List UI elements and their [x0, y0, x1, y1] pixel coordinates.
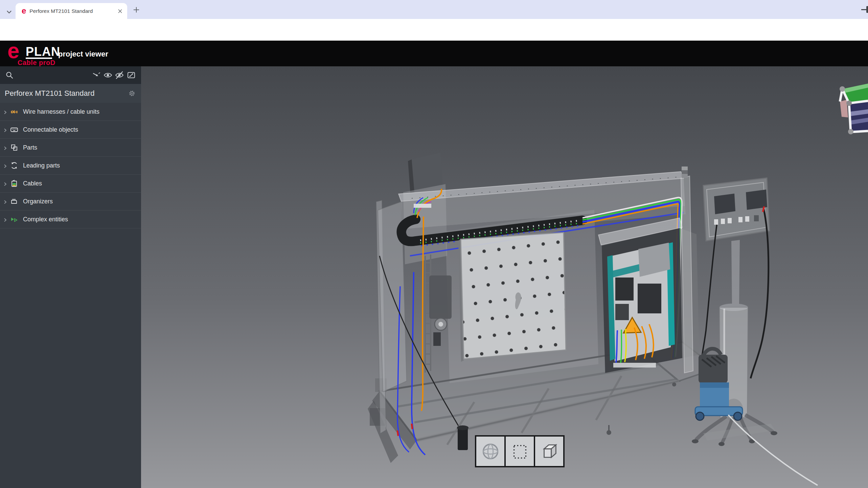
tree-item-wire-harnesses[interactable]: Wire harnesses / cable units	[0, 103, 141, 121]
machine-3d-model	[141, 66, 868, 488]
window-minimize-button[interactable]	[861, 9, 867, 10]
tree-item-cables[interactable]: Cables	[0, 175, 141, 193]
perforated-plate	[458, 232, 566, 362]
complex-entities-icon	[10, 215, 18, 223]
chevron-right-icon[interactable]	[3, 128, 7, 132]
orbit-button[interactable]	[475, 435, 506, 467]
tree-item-complex-entities[interactable]: Complex entities	[0, 210, 141, 228]
hanging-wires	[380, 217, 818, 485]
fit-frame-icon[interactable]	[127, 71, 136, 80]
wire-harness-icon	[10, 108, 18, 116]
cube-view-button[interactable]	[534, 435, 565, 467]
tree-item-leading-parts[interactable]: Leading parts	[0, 157, 141, 175]
project-root-node[interactable]: Perforex MT2101 Standard	[0, 84, 141, 103]
orbit-icon	[481, 442, 500, 461]
chevron-right-icon[interactable]	[3, 110, 7, 114]
view-cube-widget[interactable]	[840, 84, 868, 134]
project-title: Perforex MT2101 Standard	[5, 89, 128, 98]
sidebar-toolbar	[0, 66, 141, 84]
tree-item-organizers[interactable]: Organizers	[0, 193, 141, 210]
browser-window: e Perforex MT2101 Standard file:///C:/Us…	[0, 0, 868, 488]
browser-tab-strip: e Perforex MT2101 Standard	[0, 0, 868, 19]
tree-item-parts[interactable]: Parts	[0, 139, 141, 157]
chevron-right-icon[interactable]	[3, 181, 7, 185]
eplan-logo: e PLAN Cable proD	[7, 41, 58, 66]
eplan-favicon: e	[22, 7, 26, 15]
chevron-right-icon[interactable]	[3, 163, 7, 168]
logo-plan: PLAN	[26, 45, 60, 59]
app-header: e PLAN Cable proD project viewer	[0, 41, 868, 66]
jump-to-selection-icon[interactable]	[92, 71, 101, 80]
chevron-right-icon[interactable]	[3, 199, 7, 203]
tab-search-chevron-icon[interactable]	[5, 7, 14, 16]
browser-toolbar: file:///C:/Users//Downloads/EES%20Rittal…	[0, 19, 868, 41]
tree-item-connectable-objects[interactable]: Connectable objects	[0, 121, 141, 139]
3d-viewport[interactable]	[141, 66, 868, 488]
view-control-toolbar	[475, 435, 565, 467]
gear-icon[interactable]	[128, 90, 136, 97]
leading-parts-icon	[10, 161, 18, 170]
chevron-right-icon[interactable]	[3, 217, 7, 221]
box-select-icon	[510, 442, 530, 461]
connectable-objects-icon	[10, 126, 18, 134]
logo-e: e	[7, 40, 20, 62]
search-icon[interactable]	[5, 71, 14, 80]
window-maximize-button[interactable]	[866, 6, 868, 13]
cables-icon	[10, 179, 18, 187]
hide-icon[interactable]	[115, 71, 124, 80]
project-tree: Wire harnesses / cable units Connectable…	[0, 103, 141, 228]
logo-tagline: Cable proD	[18, 59, 55, 67]
app-title: project viewer	[58, 50, 108, 59]
box-select-button[interactable]	[504, 435, 535, 467]
chevron-right-icon[interactable]	[3, 146, 7, 150]
cube-view-icon	[540, 442, 559, 461]
project-structure-panel: Perforex MT2101 Standard Wire harnesses …	[0, 66, 141, 488]
new-tab-button[interactable]	[133, 6, 140, 14]
show-icon[interactable]	[104, 71, 112, 80]
organizers-icon	[10, 197, 18, 205]
tab-close-icon[interactable]	[117, 8, 123, 14]
tab-title: Perforex MT2101 Standard	[29, 8, 117, 14]
parts-icon	[10, 143, 18, 152]
browser-tab[interactable]: e Perforex MT2101 Standard	[16, 3, 127, 19]
